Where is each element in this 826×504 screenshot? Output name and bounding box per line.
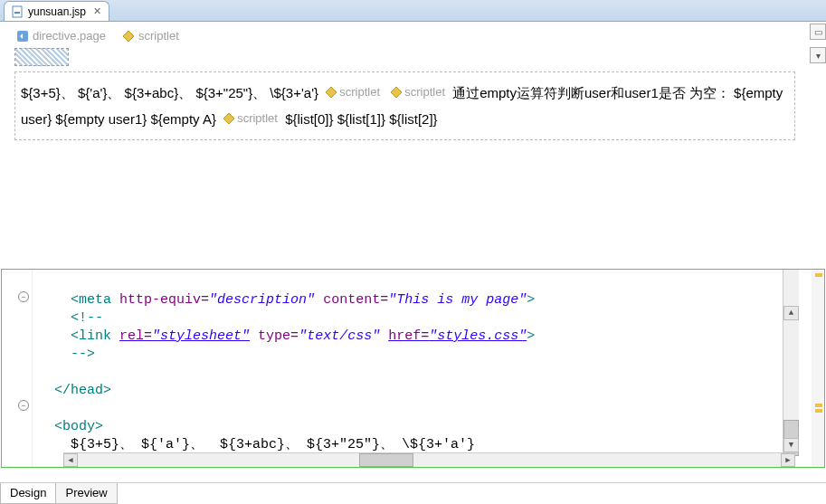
editor-tab-bar: yunsuan.jsp ✕ — [0, 0, 826, 22]
scriptlet-marker[interactable]: scriptlet — [326, 80, 380, 105]
scroll-thumb[interactable] — [359, 453, 413, 467]
directive-scriptlet[interactable]: scriptlet — [122, 29, 179, 43]
scriptlet-marker[interactable]: scriptlet — [391, 80, 445, 105]
scriptlet-icon — [223, 113, 234, 124]
svg-rect-1 — [14, 12, 20, 14]
tab-filename: yunsuan.jsp — [28, 5, 86, 18]
scriptlet-icon — [391, 87, 402, 98]
view-tabs: Design Preview — [0, 482, 826, 504]
design-text: 通过empty运算符判断user和user1是否 — [452, 85, 686, 100]
scroll-track[interactable] — [78, 453, 781, 467]
jsp-file-icon — [12, 5, 24, 18]
overview-marker — [815, 273, 822, 277]
maximize-button[interactable]: ▭ — [810, 24, 826, 40]
design-content[interactable]: ${3+5}、 ${'a'}、 ${3+abc}、 ${3+"25"}、 \${… — [14, 71, 795, 140]
overview-ruler[interactable] — [812, 270, 824, 467]
vertical-scrollbar[interactable]: ▲ ▼ — [783, 270, 799, 452]
code-editor[interactable]: <meta http-equiv="description" content="… — [33, 270, 812, 467]
overview-marker — [815, 404, 822, 407]
design-pane: directive.page scriptlet ${3+5}、 ${'a'}、… — [0, 22, 810, 268]
tab-design[interactable]: Design — [0, 483, 56, 504]
scroll-right-icon[interactable]: ▶ — [781, 453, 795, 467]
code-gutter[interactable]: − − — [2, 270, 33, 467]
directive-icon — [16, 30, 29, 43]
close-icon[interactable]: ✕ — [93, 5, 101, 17]
scroll-left-icon[interactable]: ◀ — [63, 453, 78, 467]
fold-icon[interactable]: − — [18, 400, 29, 411]
scriptlet-marker[interactable]: scriptlet — [223, 106, 278, 131]
code-pane: − − <meta http-equiv="description" conte… — [1, 269, 825, 468]
selected-element[interactable] — [14, 48, 69, 66]
tab-preview[interactable]: Preview — [55, 483, 117, 504]
scriptlet-icon — [122, 30, 135, 43]
directive-row: directive.page scriptlet — [14, 29, 795, 43]
directive-page[interactable]: directive.page — [16, 29, 106, 43]
editor-tab-active[interactable]: yunsuan.jsp ✕ — [4, 1, 109, 21]
horizontal-scrollbar[interactable]: ◀ ▶ — [63, 452, 795, 467]
collapse-button[interactable]: ▾ — [810, 47, 826, 63]
design-text: ${3+5}、 ${'a'}、 ${3+abc}、 ${3+"25"}、 \${… — [21, 85, 318, 100]
overview-marker — [815, 409, 822, 413]
design-text: ${list[0]} ${list[1]} ${list[2]} — [285, 111, 437, 127]
scroll-up-icon[interactable]: ▲ — [783, 306, 799, 320]
scriptlet-icon — [326, 87, 337, 98]
fold-icon[interactable]: − — [18, 291, 29, 302]
